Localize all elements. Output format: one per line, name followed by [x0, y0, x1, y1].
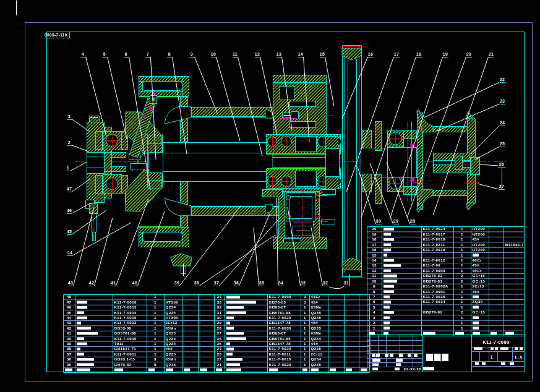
svg-text:GB5781-85: GB5781-85 — [269, 336, 291, 341]
svg-text:46: 46 — [67, 208, 72, 213]
svg-text:1: 1 — [373, 326, 375, 330]
svg-text:HT200: HT200 — [473, 232, 486, 236]
svg-text:Q235: Q235 — [166, 331, 176, 335]
svg-text:1: 1 — [461, 237, 463, 241]
svg-text:37: 37 — [214, 281, 220, 285]
svg-text:Q235: Q235 — [311, 346, 322, 351]
svg-text:2Cr13: 2Cr13 — [166, 320, 178, 325]
svg-text:K11-7-0013: K11-7-0013 — [114, 305, 137, 309]
svg-text:K11-7-0012: K11-7-0012 — [423, 258, 445, 262]
svg-text:1: 1 — [461, 263, 463, 267]
svg-text:HT300: HT300 — [166, 300, 179, 304]
svg-text:4: 4 — [82, 52, 84, 56]
svg-text:GB53-80: GB53-80 — [114, 326, 132, 330]
svg-text:2: 2 — [461, 310, 463, 314]
svg-text:8: 8 — [168, 52, 171, 56]
svg-text:GB93-87: GB93-87 — [269, 305, 286, 309]
svg-text:38: 38 — [194, 281, 200, 285]
svg-text:1: 1 — [304, 320, 306, 325]
svg-text:7: 7 — [373, 294, 375, 299]
svg-text:11: 11 — [372, 273, 376, 278]
svg-text:Q235: Q235 — [311, 310, 322, 315]
svg-text:18: 18 — [372, 237, 377, 241]
svg-text:HT200: HT200 — [473, 242, 486, 247]
svg-text:Q235: Q235 — [166, 310, 176, 315]
svg-text:1: 1 — [461, 253, 463, 257]
svg-text:1: 1 — [461, 247, 463, 252]
svg-text:3: 3 — [304, 294, 306, 299]
svg-text:K11-7-0029: K11-7-0029 — [269, 362, 291, 367]
svg-text:45#: 45# — [473, 263, 480, 267]
svg-text:31: 31 — [217, 310, 222, 315]
svg-text:34: 34 — [217, 294, 222, 299]
svg-text:8: 8 — [373, 289, 375, 294]
svg-text:K11-7-0019: K11-7-0019 — [423, 247, 445, 252]
svg-text:3: 3 — [154, 357, 156, 361]
svg-text:K11-7-0017: K11-7-0017 — [423, 232, 445, 236]
svg-text:3: 3 — [304, 300, 306, 304]
svg-text:M118x1.7: M118x1.7 — [505, 242, 525, 247]
svg-text:K11-7-0008: K11-7-0008 — [269, 294, 291, 299]
svg-text:1: 1 — [461, 226, 463, 231]
svg-text:GB93-87: GB93-87 — [269, 331, 286, 335]
svg-text:3: 3 — [68, 114, 71, 119]
svg-text:47: 47 — [67, 300, 72, 304]
svg-text:1: 1 — [304, 315, 306, 320]
svg-text:K11-7-0903: K11-7-0903 — [423, 268, 445, 273]
svg-text:23: 23 — [217, 352, 222, 356]
svg-text:13: 13 — [276, 52, 282, 56]
svg-text:30: 30 — [376, 219, 382, 223]
svg-text:15: 15 — [372, 253, 377, 257]
svg-text:28: 28 — [217, 326, 222, 330]
svg-text:1: 1 — [461, 258, 463, 262]
svg-text:1: 1 — [304, 352, 306, 356]
svg-text:17: 17 — [394, 52, 400, 56]
svg-text:K11-7-0938: K11-7-0938 — [423, 294, 445, 299]
svg-text:K11-7-0012: K11-7-0012 — [114, 320, 137, 325]
svg-text:K11-7-0020: K11-7-0020 — [269, 315, 291, 320]
svg-text:33: 33 — [301, 281, 306, 285]
svg-text:65Mn: 65Mn — [166, 357, 176, 361]
svg-text:22: 22 — [217, 357, 222, 361]
svg-text:45: 45 — [67, 310, 72, 315]
svg-text:K11-7-0018: K11-7-0018 — [423, 237, 445, 241]
svg-text:GB1517-71: GB1517-71 — [114, 346, 137, 351]
svg-text:Q234: Q234 — [311, 357, 322, 361]
svg-text:45: 45 — [67, 229, 72, 234]
svg-text:1: 1 — [461, 289, 463, 294]
svg-text:GCr15: GCr15 — [473, 279, 486, 283]
svg-text:K11-7-0024: K11-7-0024 — [423, 226, 445, 231]
svg-text:38: 38 — [67, 346, 72, 351]
svg-text:GB276-82: GB276-82 — [423, 310, 443, 314]
svg-text:K11-7-0011: K11-7-0011 — [269, 352, 291, 356]
svg-text:2: 2 — [461, 273, 463, 278]
svg-text:19: 19 — [443, 52, 448, 56]
svg-text:16: 16 — [368, 52, 374, 56]
svg-text:14: 14 — [372, 258, 377, 262]
svg-text:35: 35 — [259, 281, 265, 285]
svg-text:3: 3 — [373, 315, 375, 320]
svg-text:43: 43 — [68, 281, 74, 285]
svg-text:K11-7-0030: K11-7-0030 — [269, 326, 291, 330]
svg-text:32: 32 — [323, 281, 328, 285]
svg-text:40: 40 — [132, 281, 138, 285]
svg-text:26: 26 — [499, 162, 505, 166]
svg-text:K11-7-0020: K11-7-0020 — [269, 346, 291, 351]
svg-text:K11-7-0011: K11-7-0011 — [114, 352, 137, 356]
svg-text:1: 1 — [461, 294, 463, 299]
svg-text:16: 16 — [372, 247, 377, 252]
svg-text:GB5781-88: GB5781-88 — [269, 310, 291, 315]
svg-text:12: 12 — [255, 52, 260, 56]
svg-text:42: 42 — [89, 281, 95, 285]
svg-text:9: 9 — [191, 52, 193, 56]
svg-text:25: 25 — [500, 142, 505, 146]
svg-text:41: 41 — [67, 331, 72, 335]
svg-text:ZQ35: ZQ35 — [473, 299, 483, 304]
svg-text:5: 5 — [103, 52, 106, 56]
svg-text:GB1347-78: GB1347-78 — [269, 320, 291, 325]
svg-text:K11-7-0901: K11-7-0901 — [423, 289, 445, 294]
svg-text:21: 21 — [489, 52, 494, 56]
svg-text:K11-7-09: K11-7-09 — [423, 263, 441, 267]
svg-text:HT200: HT200 — [473, 247, 486, 252]
svg-text:1: 1 — [304, 336, 306, 341]
